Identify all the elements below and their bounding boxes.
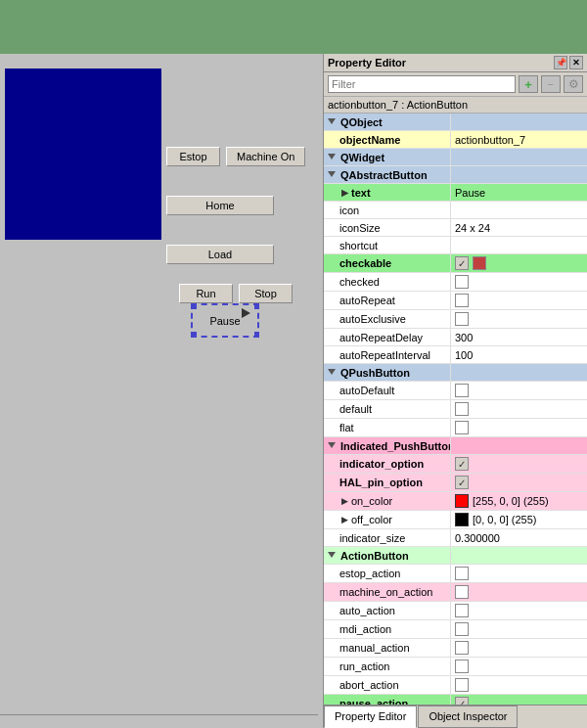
section-qpushbutton: QPushButton bbox=[324, 364, 587, 382]
prop-manual-action-value[interactable] bbox=[451, 639, 587, 657]
home-button[interactable]: Home bbox=[166, 196, 274, 215]
header-close-icon[interactable]: ✕ bbox=[569, 56, 583, 69]
stop-button[interactable]: Stop bbox=[239, 284, 293, 303]
prop-manual-action-checkbox[interactable] bbox=[455, 641, 469, 655]
estop-button[interactable]: Estop bbox=[166, 147, 220, 166]
prop-autorepeat-label: autoRepeat bbox=[324, 292, 451, 309]
prop-shortcut-value[interactable] bbox=[451, 237, 587, 253]
section-indicated-arrow[interactable] bbox=[328, 442, 336, 450]
prop-abort-action-value[interactable] bbox=[451, 676, 587, 694]
section-qpushbutton-arrow[interactable] bbox=[328, 369, 336, 377]
prop-indicator-size-label: indicator_size bbox=[324, 529, 451, 546]
prop-autorepeatdelay-value[interactable]: 300 bbox=[451, 329, 587, 345]
prop-checkable-value[interactable] bbox=[451, 254, 587, 272]
prop-hal-pin-checkbox[interactable] bbox=[455, 476, 469, 489]
prop-estop-action-value[interactable] bbox=[451, 565, 587, 582]
prop-autorepeat-checkbox[interactable] bbox=[455, 294, 469, 307]
load-button[interactable]: Load bbox=[166, 245, 274, 264]
prop-pause-action-value[interactable] bbox=[451, 695, 587, 705]
prop-autodefault-value[interactable] bbox=[451, 382, 587, 399]
remove-property-button[interactable]: − bbox=[541, 75, 561, 93]
prop-mdi-action-value[interactable] bbox=[451, 620, 587, 638]
prop-autorepeat-value[interactable] bbox=[451, 292, 587, 309]
machine-on-button[interactable]: Machine On bbox=[226, 147, 305, 166]
prop-mdi-action-label: mdi_action bbox=[324, 620, 451, 638]
prop-autodefault-checkbox[interactable] bbox=[455, 384, 469, 397]
prop-checkable-color bbox=[473, 256, 486, 270]
tab-property-editor[interactable]: Property Editor bbox=[324, 705, 417, 728]
prop-auto-action-checkbox[interactable] bbox=[455, 604, 469, 617]
prop-indicator-option-label: indicator_option bbox=[324, 455, 451, 473]
row-hal-pin-option: HAL_pin_option bbox=[324, 474, 587, 492]
prop-auto-action-value[interactable] bbox=[451, 602, 587, 619]
prop-text-label: ▶ text bbox=[324, 184, 451, 201]
prop-indicator-option-checkbox[interactable] bbox=[455, 457, 469, 471]
row-autorepeat: autoRepeat bbox=[324, 292, 587, 310]
row-off-color: ▶ off_color [0, 0, 0] (255) bbox=[324, 511, 587, 529]
prop-default-checkbox[interactable] bbox=[455, 402, 469, 416]
prop-icon-value[interactable] bbox=[451, 202, 587, 218]
prop-off-color-value[interactable]: [0, 0, 0] (255) bbox=[451, 511, 587, 528]
pause-label: Pause bbox=[209, 315, 240, 327]
prop-pause-action-checkbox[interactable] bbox=[455, 697, 469, 705]
section-qwidget-arrow[interactable] bbox=[328, 154, 336, 161]
top-bar bbox=[0, 0, 587, 54]
tab-object-inspector[interactable]: Object Inspector bbox=[418, 705, 518, 728]
prop-flat-checkbox[interactable] bbox=[455, 421, 469, 434]
prop-checkable-checkbox[interactable] bbox=[455, 256, 469, 270]
section-qobject-name: QObject bbox=[324, 114, 451, 130]
section-qobject-arrow[interactable] bbox=[328, 118, 336, 126]
prop-mdi-action-checkbox[interactable] bbox=[455, 622, 469, 636]
prop-autoexclusive-label: autoExclusive bbox=[324, 310, 451, 328]
prop-hal-pin-label: HAL_pin_option bbox=[324, 474, 451, 491]
widget-arrow-icon bbox=[242, 308, 250, 318]
prop-indicator-size-value[interactable]: 0.300000 bbox=[451, 529, 587, 546]
prop-default-value[interactable] bbox=[451, 400, 587, 418]
prop-on-color-value[interactable]: [255, 0, 0] (255) bbox=[451, 492, 587, 510]
horizontal-scrollbar[interactable] bbox=[0, 714, 318, 728]
prop-autodefault-label: autoDefault bbox=[324, 382, 451, 399]
prop-on-color-arrow[interactable]: ▶ bbox=[339, 496, 349, 506]
add-property-button[interactable]: + bbox=[519, 75, 538, 93]
row-mdi-action: mdi_action bbox=[324, 620, 587, 639]
prop-flat-value[interactable] bbox=[451, 419, 587, 436]
row-autoexclusive: autoExclusive bbox=[324, 310, 587, 329]
run-stop-button-row: Run Stop bbox=[179, 284, 293, 303]
run-button[interactable]: Run bbox=[179, 284, 233, 303]
prop-abort-action-checkbox[interactable] bbox=[455, 678, 469, 692]
settings-button[interactable]: ⚙ bbox=[564, 75, 583, 93]
prop-hal-pin-value[interactable] bbox=[451, 474, 587, 491]
row-checked: checked bbox=[324, 273, 587, 292]
filter-input[interactable] bbox=[328, 75, 516, 93]
widget-corner-bl bbox=[192, 332, 197, 337]
section-actionbutton-arrow[interactable] bbox=[328, 552, 336, 560]
section-indicated-value bbox=[451, 437, 587, 454]
prop-autoexclusive-checkbox[interactable] bbox=[455, 312, 469, 326]
prop-autorepeatinterval-value[interactable]: 100 bbox=[451, 346, 587, 363]
prop-run-action-checkbox[interactable] bbox=[455, 660, 469, 673]
prop-manual-action-label: manual_action bbox=[324, 639, 451, 657]
prop-autoexclusive-value[interactable] bbox=[451, 310, 587, 328]
prop-machine-on-action-value[interactable] bbox=[451, 583, 587, 601]
bottom-tabs: Property Editor Object Inspector bbox=[324, 705, 587, 728]
prop-text-arrow[interactable]: ▶ bbox=[339, 188, 349, 198]
prop-indicator-option-value[interactable] bbox=[451, 455, 587, 473]
header-pin-icon[interactable]: 📌 bbox=[554, 56, 567, 69]
prop-off-color-arrow[interactable]: ▶ bbox=[339, 515, 349, 524]
prop-machine-on-action-checkbox[interactable] bbox=[455, 585, 469, 599]
section-qabstractbutton-name: QAbstractButton bbox=[324, 166, 451, 183]
property-table[interactable]: QObject objectName actionbutton_7 QWidge… bbox=[324, 114, 587, 705]
prop-checked-checkbox[interactable] bbox=[455, 275, 469, 289]
prop-run-action-value[interactable] bbox=[451, 658, 587, 675]
section-qabstractbutton: QAbstractButton bbox=[324, 166, 587, 184]
section-qabstractbutton-arrow[interactable] bbox=[328, 171, 336, 179]
home-button-row: Home bbox=[166, 196, 274, 215]
prop-objectname-value[interactable]: actionbutton_7 bbox=[451, 131, 587, 148]
section-indicated-pushbutton: Indicated_PushButton bbox=[324, 437, 587, 455]
prop-estop-action-checkbox[interactable] bbox=[455, 567, 469, 580]
prop-checked-value[interactable] bbox=[451, 273, 587, 291]
prop-iconsize-value[interactable]: 24 x 24 bbox=[451, 219, 587, 236]
prop-pause-action-label: pause_action bbox=[324, 695, 451, 705]
prop-checked-label: checked bbox=[324, 273, 451, 291]
prop-text-value[interactable]: Pause bbox=[451, 184, 587, 201]
